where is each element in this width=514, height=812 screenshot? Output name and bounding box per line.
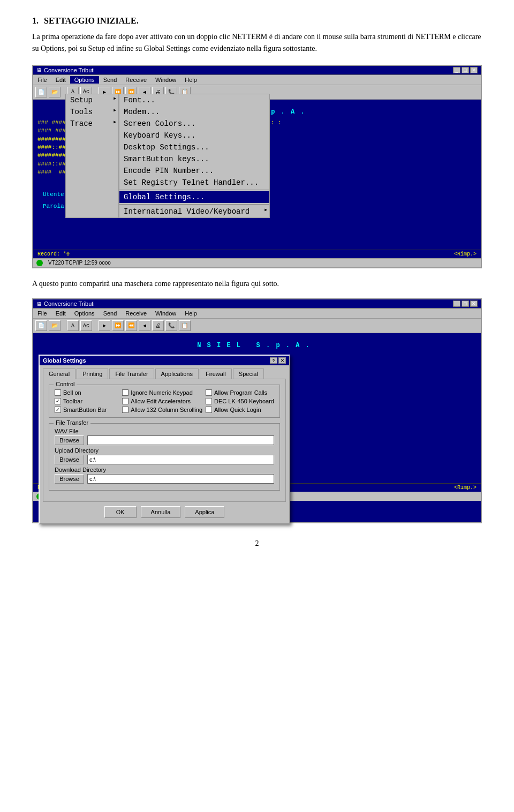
toolbar-btn-new[interactable]: 📄 [35, 87, 47, 97]
menu-item-font[interactable]: Font... [119, 94, 269, 106]
tab-general[interactable]: General [43, 369, 75, 379]
menu-receive-1[interactable]: Receive [121, 76, 151, 84]
menu-window-2[interactable]: Window [151, 310, 180, 317]
section-number: 1. [32, 16, 39, 26]
apply-button[interactable]: Applica [185, 506, 224, 518]
toolbar2-btn-2[interactable]: 📂 [49, 320, 61, 331]
cancel-button[interactable]: Annulla [141, 506, 181, 518]
dialog-help-btn[interactable]: ? [270, 357, 277, 364]
menu-item-keyboard-keys[interactable]: Keyboard Keys... [119, 130, 269, 141]
menu-item-screen-colors[interactable]: Screen Colors... [119, 118, 269, 130]
cb-allow-132[interactable] [122, 407, 128, 413]
toolbar2-btn-4[interactable]: Ac [80, 320, 92, 331]
toolbar2-btn-8[interactable]: ◀ [139, 320, 150, 331]
dropdown-col-2: Font... Modem... Screen Colors... Keyboa… [119, 94, 270, 218]
maximize-btn-2[interactable]: □ [462, 300, 469, 307]
menu-item-smartbutton[interactable]: SmartButton keys... [119, 153, 269, 165]
upload-input[interactable] [87, 455, 274, 464]
menu-item-trace[interactable]: Trace [66, 118, 118, 130]
menu-help-2[interactable]: Help [180, 310, 201, 317]
checkbox-dec-keyboard: DEC LK-450 Keyboard [206, 398, 274, 404]
checkbox-quick-login: Allow Quick Login [206, 407, 274, 413]
checkbox-grid: Bell on Ignore Numeric Keypad Allow Prog… [55, 389, 274, 413]
terminal-window-1: 🖥 Conversione Tributi _ □ ✕ File Edit Op… [32, 65, 482, 268]
toolbar2-btn-7[interactable]: ⏪ [125, 320, 137, 331]
toolbar2-btn-11[interactable]: 📋 [179, 320, 191, 331]
tab-special[interactable]: Special [233, 369, 264, 379]
close-btn-1[interactable]: ✕ [470, 67, 478, 73]
tab-file-transfer[interactable]: File Transfer [109, 369, 154, 379]
cb-allow-program-label: Allow Program Calls [214, 389, 267, 396]
checkbox-toolbar: ✓ Toolbar [55, 398, 119, 404]
upload-row: Browse [55, 455, 274, 464]
dialog-close-btn[interactable]: ✕ [278, 357, 286, 364]
window-title-1: Conversione Tributi [44, 67, 95, 73]
menu-item-desktop-settings[interactable]: Desktop Settings... [119, 141, 269, 153]
file-transfer-fieldset: File Transfer WAV File Browse Upload Dir… [49, 423, 280, 491]
cb-smartbutton-bar[interactable]: ✓ [55, 407, 61, 413]
cb-dec-keyboard[interactable] [206, 398, 212, 404]
cb-bell-on[interactable] [55, 389, 61, 396]
menu-item-global-settings[interactable]: Global Settings... [119, 191, 269, 203]
terminal-titlebar-2: 🖥 Conversione Tributi _ □ ✕ [33, 299, 481, 309]
minimize-btn-1[interactable]: _ [453, 67, 460, 73]
checkbox-allow-edit: Allow Edit Accelerators [122, 398, 202, 404]
menu-item-registry[interactable]: Set Registry Telnet Handler... [119, 177, 269, 189]
checkbox-bell-on: Bell on [55, 389, 119, 396]
section-title: SETTAGGIO INIZIALE. [44, 16, 139, 26]
download-row: Browse [55, 474, 274, 484]
menu-edit-1[interactable]: Edit [51, 76, 70, 84]
menu-file-2[interactable]: File [33, 310, 51, 317]
control-legend: Control [54, 381, 77, 387]
menu-send-1[interactable]: Send [99, 76, 122, 84]
tab-printing[interactable]: Printing [77, 369, 108, 379]
minimize-btn-2[interactable]: _ [453, 300, 460, 307]
upload-label: Upload Directory [55, 447, 274, 454]
terminal-statusbar-1: Record: *0 <Rimp.> [33, 250, 481, 258]
dialog-content: Control Bell on Ignore Numeric Keypad [43, 379, 286, 502]
menu-item-encode-pin[interactable]: Encode PIN Number... [119, 165, 269, 177]
status-right-2: <Rimp.> [454, 485, 477, 491]
wav-input[interactable] [87, 435, 274, 445]
tab-firewall[interactable]: Firewall [200, 369, 232, 379]
cb-allow-program[interactable] [206, 389, 212, 396]
dialog-titlebar: Global Settings ? ✕ [40, 356, 289, 365]
toolbar2-btn-6[interactable]: ⏩ [112, 320, 124, 331]
maximize-btn-1[interactable]: □ [462, 67, 469, 73]
menu-item-setup[interactable]: Setup [66, 94, 118, 106]
menu-item-modem[interactable]: Modem... [119, 106, 269, 118]
menu-options-2[interactable]: Options [70, 310, 99, 317]
toolbar2-btn-5[interactable]: ▶ [99, 320, 110, 331]
menu-window-1[interactable]: Window [151, 76, 180, 84]
browse-download-btn[interactable]: Browse [55, 474, 84, 484]
menu-send-2[interactable]: Send [99, 310, 122, 317]
file-transfer-legend: File Transfer [54, 419, 90, 426]
menu-item-international[interactable]: International Video/Keyboard [119, 206, 269, 217]
global-settings-dialog: Global Settings ? ✕ General Printing Fil… [39, 355, 290, 524]
close-btn-2[interactable]: ✕ [470, 300, 478, 307]
ok-button[interactable]: OK [104, 506, 137, 518]
menu-item-tools[interactable]: Tools [66, 106, 118, 118]
menu-sep-2 [119, 204, 269, 205]
menu-receive-2[interactable]: Receive [121, 310, 151, 317]
cb-ignore-numeric[interactable] [122, 389, 128, 396]
menu-options-1[interactable]: Options [70, 76, 99, 84]
menu-help-1[interactable]: Help [180, 76, 201, 84]
toolbar2-btn-10[interactable]: 📞 [165, 320, 177, 331]
terminal-window-2: 🖥 Conversione Tributi _ □ ✕ File Edit Op… [32, 298, 482, 523]
cb-allow-edit[interactable] [122, 398, 128, 404]
menubar-1: File Edit Options Send Receive Window He… [33, 75, 481, 85]
dialog-footer: OK Annulla Applica [40, 502, 289, 523]
cb-quick-login[interactable] [206, 407, 212, 413]
menu-edit-2[interactable]: Edit [51, 310, 70, 317]
download-input[interactable] [87, 474, 274, 484]
toolbar2-btn-3[interactable]: A [67, 320, 79, 331]
toolbar2-btn-9[interactable]: 🖨 [152, 320, 164, 331]
tab-applications[interactable]: Applications [155, 369, 199, 379]
browse-upload-btn[interactable]: Browse [55, 455, 84, 464]
cb-toolbar[interactable]: ✓ [55, 398, 61, 404]
toolbar-btn-open[interactable]: 📂 [49, 87, 61, 97]
browse-wav-btn[interactable]: Browse [55, 435, 84, 445]
toolbar2-btn-1[interactable]: 📄 [35, 320, 47, 331]
menu-file-1[interactable]: File [33, 76, 51, 84]
